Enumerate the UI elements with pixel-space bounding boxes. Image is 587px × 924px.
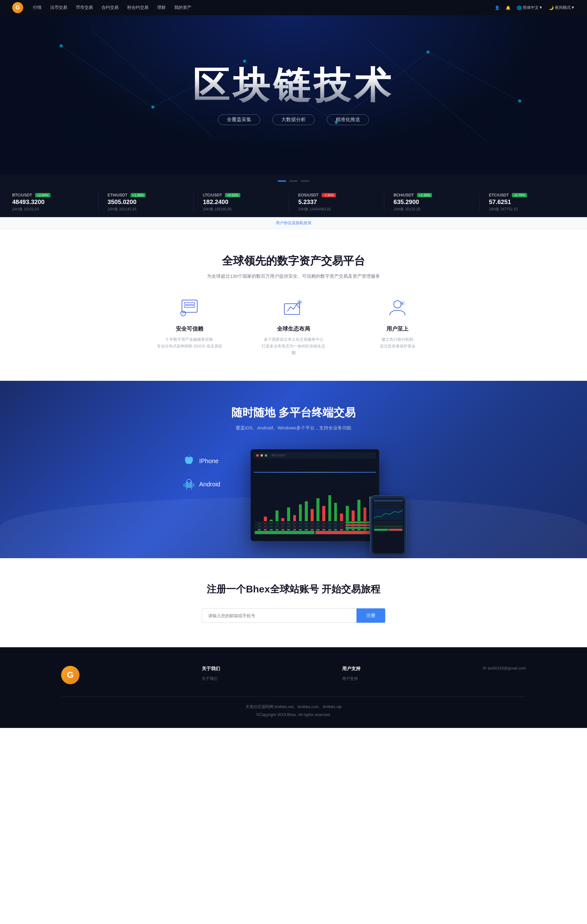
footer-divider xyxy=(61,696,526,697)
svg-rect-14 xyxy=(185,302,195,304)
svg-line-0 xyxy=(61,46,153,107)
ticker-item-2[interactable]: LTC/USDT +0.52% 182.2400 24H量 185195.85 xyxy=(194,193,289,212)
carousel-dot-0[interactable] xyxy=(278,180,286,182)
ticker-price-0: 48493.3200 xyxy=(12,198,89,206)
hero-subtitle-1: 大数据分析 xyxy=(272,114,315,125)
ticker-vol-0: 24H量 10151.03 xyxy=(12,207,89,212)
android-icon xyxy=(183,478,195,490)
chart-body xyxy=(254,460,376,538)
ticker-vol-3: 24H量 13434483.81 xyxy=(298,207,375,212)
android-link[interactable]: Android xyxy=(183,478,221,490)
mp-links: IPhone Android xyxy=(183,449,221,490)
footer-about-link[interactable]: 关于我们 xyxy=(202,676,220,681)
platform-section: 全球领先的数字资产交易平台 为全球超过130个国家的数百万用户提供安全、可信赖的… xyxy=(0,229,587,381)
hero-subtitles: 全覆盖采集 大数据分析 精准化推送 xyxy=(218,114,369,125)
multiplatform-section: 随时随地 多平台终端交易 覆盖iOS、Android、Windows多个平台，支… xyxy=(0,381,587,558)
navbar-right: 👤 🔔 🌐 简体中文▼ 🌙 夜间模式▼ xyxy=(495,5,575,10)
nav-item-market[interactable]: 行情 xyxy=(33,5,41,10)
ticker-pair-2: LTC/USDT xyxy=(203,193,222,197)
mp-content: IPhone Android xyxy=(0,449,587,553)
platform-subtitle: 为全球超过130个国家的数百万用户提供安全、可信赖的数字资产交易及资产管理服务 xyxy=(61,274,526,279)
iphone-link[interactable]: IPhone xyxy=(183,455,221,467)
footer-bottom: 天美社区源码网 timibbs.net、timibbs.com、timibbs.… xyxy=(61,703,526,719)
user-icon[interactable]: 👤 xyxy=(495,5,500,10)
hero-subtitle-2: 精准化推送 xyxy=(327,114,369,125)
nav-item-assets[interactable]: 我的资产 xyxy=(174,5,191,10)
ticker-pair-row-5: ETC/USDT +0.70% xyxy=(489,193,566,197)
svg-line-4 xyxy=(428,52,520,101)
svg-rect-15 xyxy=(185,305,195,307)
agreement-bar[interactable]: 用户协议及隐私政策 xyxy=(0,217,587,229)
ticker-item-3[interactable]: EOS/USDT -3.90% 5.2337 24H量 13434483.81 xyxy=(289,193,384,212)
ticker-vol-5: 24H量 347752.23 xyxy=(489,207,566,212)
register-form: 注册 xyxy=(202,608,385,623)
ticker-pair-row-0: BTC/USDT +2.04% xyxy=(12,193,89,197)
iphone-label: IPhone xyxy=(200,457,219,465)
ticker-change-5: +0.70% xyxy=(512,193,527,197)
svg-text:✓: ✓ xyxy=(182,312,185,315)
bell-icon[interactable]: 🔔 xyxy=(506,5,511,10)
feature-user-title: 用户至上 xyxy=(364,325,431,332)
hero-subtitle-0: 全覆盖采集 xyxy=(218,114,260,125)
footer-nav-support: 用户支持 用户支持 xyxy=(342,666,361,681)
ticker-change-2: +0.52% xyxy=(225,193,240,197)
ticker-item-1[interactable]: ETH/USDT +1.58% 3505.0200 24H量 162145.93 xyxy=(99,193,194,212)
platform-title: 全球领先的数字资产交易平台 xyxy=(61,254,526,269)
night-mode-toggle[interactable]: 🌙 夜间模式▼ xyxy=(549,5,575,10)
footer-logo[interactable]: G xyxy=(61,666,79,684)
lang-label: 简体中文▼ xyxy=(523,5,542,10)
svg-point-26 xyxy=(190,482,191,483)
feature-global-title: 全球生态布局 xyxy=(260,325,327,332)
register-button[interactable]: 注册 xyxy=(356,608,385,623)
footer-contact[interactable]: ✉ liul30193@gmail.com xyxy=(483,666,526,670)
navbar-left: G 行情 法币交易 币市交易 合约交易 秒合约交易 理财 我的资产 xyxy=(12,2,191,13)
carousel-dot-2[interactable] xyxy=(301,180,309,182)
feature-security: ✓ 安全可信赖 5 年数字资产金融服务经验 专业分布式架构和防 DDOS 攻击系… xyxy=(156,298,223,356)
footer-support-link[interactable]: 用户支持 xyxy=(342,676,361,681)
ticker-item-4[interactable]: BCH/USDT +1.30% 635.2900 24H量 30123.20 xyxy=(384,193,480,212)
ticker-price-5: 57.6251 xyxy=(489,198,566,206)
ticker-item-0[interactable]: BTC/USDT +2.04% 48493.3200 24H量 10151.03 xyxy=(12,193,99,212)
nav-item-contract[interactable]: 合约交易 xyxy=(102,5,119,10)
register-input[interactable] xyxy=(202,608,356,623)
svg-point-8 xyxy=(151,106,154,109)
chart-area: BTC/USDT xyxy=(254,452,376,538)
nav-item-fiat[interactable]: 法币交易 xyxy=(50,5,67,10)
language-selector[interactable]: 🌐 简体中文▼ xyxy=(517,5,542,10)
hero-title: 区块链技术 xyxy=(193,65,394,105)
nav-item-coin[interactable]: 币市交易 xyxy=(76,5,93,10)
features-row: ✓ 安全可信赖 5 年数字资产金融服务经验 专业分布式架构和防 DDOS 攻击系… xyxy=(61,298,526,356)
nav-item-finance[interactable]: 理财 xyxy=(157,5,166,10)
feature-security-title: 安全可信赖 xyxy=(156,325,223,332)
carousel-indicators xyxy=(0,174,587,188)
svg-point-9 xyxy=(243,59,246,63)
ticker-item-5[interactable]: ETC/USDT +0.70% 57.6251 24H量 347752.23 xyxy=(480,193,575,212)
chart-top-bar: BTC/USDT xyxy=(254,452,376,459)
carousel-dot-1[interactable] xyxy=(289,180,298,182)
agreement-text[interactable]: 用户协议及隐私政策 xyxy=(276,221,312,225)
phone-screen xyxy=(373,498,404,553)
ticker-pair-row-3: EOS/USDT -3.90% xyxy=(298,193,375,197)
feature-global-desc: 多个国家设立本土化交易服务中心 打造多业务形态为一体的区块链生态圈 xyxy=(260,336,327,356)
feature-security-desc: 5 年数字资产金融服务经验 专业分布式架构和防 DDOS 攻击系统 xyxy=(156,336,223,350)
user-first-icon: $ xyxy=(387,298,408,319)
ticker-items: BTC/USDT +2.04% 48493.3200 24H量 10151.03… xyxy=(12,193,575,212)
navbar-logo[interactable]: G xyxy=(12,2,23,13)
feature-user: $ 用户至上 建立先行赔付机制 设立投资者保护基金 xyxy=(364,298,431,356)
ticker-change-4: +1.30% xyxy=(417,193,432,197)
chart-dot-close xyxy=(256,454,259,457)
hero-section: 区块链技术 全覆盖采集 大数据分析 精准化推送 xyxy=(0,15,587,174)
ticker-price-3: 5.2337 xyxy=(298,198,375,206)
ticker-vol-1: 24H量 162145.93 xyxy=(107,207,185,212)
footer-logo-area: G xyxy=(61,666,79,684)
ticker-price-2: 182.2400 xyxy=(203,198,280,206)
nav-item-second-contract[interactable]: 秒合约交易 xyxy=(127,5,148,10)
ticker-pair-0: BTC/USDT xyxy=(12,193,32,197)
android-label: Android xyxy=(200,481,221,488)
footer-about-title: 关于我们 xyxy=(202,666,220,672)
footer-main: G 关于我们 关于我们 用户支持 用户支持 ✉ liul30193@gmail.… xyxy=(61,666,526,684)
register-section: 注册一个Bhex全球站账号 开始交易旅程 注册 xyxy=(0,558,587,647)
mobile-screenshot xyxy=(370,495,407,556)
chart-dot-max xyxy=(265,454,267,457)
ticker-vol-4: 24H量 30123.20 xyxy=(394,207,470,212)
